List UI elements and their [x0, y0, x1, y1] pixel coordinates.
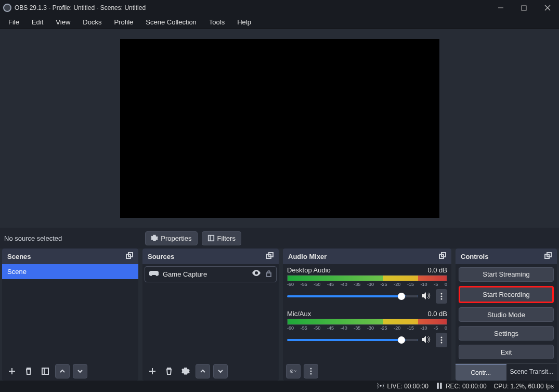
menu-tools[interactable]: Tools — [203, 16, 231, 28]
channel-options-button[interactable] — [436, 333, 447, 347]
menu-scene-collection[interactable]: Scene Collection — [139, 16, 203, 28]
sources-header[interactable]: Sources — [142, 249, 279, 264]
status-live: LIVE: 00:00:00 — [377, 382, 428, 391]
source-item[interactable]: Game Capture — [145, 266, 277, 282]
add-source-button[interactable] — [146, 364, 159, 378]
trash-icon — [24, 367, 33, 375]
dock-icon[interactable] — [439, 252, 446, 261]
filters-button[interactable]: Filters — [202, 231, 241, 245]
titlebar: OBS 29.1.3 - Profile: Untitled - Scenes:… — [0, 0, 559, 16]
tab-scene-transitions[interactable]: Scene Transit... — [506, 364, 557, 381]
app-icon — [3, 4, 11, 12]
filters-label: Filters — [217, 234, 236, 242]
controls-body: Start Streaming Start Recording Studio M… — [456, 264, 557, 381]
filters-icon — [207, 234, 215, 242]
svg-point-32 — [380, 385, 382, 387]
menu-profile[interactable]: Profile — [108, 16, 139, 28]
pause-icon — [436, 382, 443, 391]
broadcast-icon — [377, 382, 384, 391]
eye-icon[interactable] — [252, 270, 261, 279]
close-button[interactable] — [536, 0, 559, 16]
controls-title: Controls — [461, 253, 488, 260]
chevron-down-icon — [76, 368, 84, 375]
scene-move-down-button[interactable] — [73, 364, 87, 378]
exit-button[interactable]: Exit — [459, 345, 554, 359]
svg-point-19 — [441, 293, 443, 295]
mixer-header[interactable]: Audio Mixer — [283, 249, 451, 264]
source-move-down-button[interactable] — [213, 364, 228, 378]
start-recording-button[interactable]: Start Recording — [459, 286, 554, 304]
source-move-up-button[interactable] — [196, 364, 210, 378]
tick-row: -60-55-50-45-40-35-30-25-20-15-10-50 — [287, 325, 447, 331]
scenes-header[interactable]: Scenes — [2, 249, 138, 264]
scenes-list: Scene — [2, 264, 138, 362]
chevron-down-icon — [217, 368, 224, 375]
statusbar: LIVE: 00:00:00 REC: 00:00:00 CPU: 1.2%, … — [0, 381, 559, 392]
scene-item[interactable]: Scene — [2, 264, 138, 279]
svg-rect-4 — [208, 236, 214, 241]
scenes-title: Scenes — [7, 253, 31, 260]
mixer-options-button[interactable] — [304, 364, 318, 378]
dock-icon[interactable] — [266, 252, 274, 261]
menu-docks[interactable]: Docks — [76, 16, 108, 28]
dots-icon — [440, 293, 443, 300]
menu-help[interactable]: Help — [231, 16, 257, 28]
properties-button[interactable]: Properties — [145, 231, 197, 245]
channel-options-button[interactable] — [436, 289, 447, 304]
settings-button[interactable]: Settings — [459, 326, 554, 341]
channel-db: 0.0 dB — [427, 266, 447, 274]
minimize-button[interactable] — [489, 0, 512, 16]
mixer-settings-button[interactable] — [286, 364, 301, 378]
svg-rect-34 — [440, 383, 442, 389]
channel-db: 0.0 dB — [427, 310, 447, 318]
tab-controls[interactable]: Contr... — [456, 364, 506, 381]
menu-edit[interactable]: Edit — [25, 16, 49, 28]
live-text: LIVE: 00:00:00 — [387, 383, 428, 390]
mixer-toolbar — [283, 362, 451, 381]
source-properties-button[interactable] — [179, 364, 192, 378]
svg-rect-33 — [437, 383, 439, 389]
mixer-channel-desktop: Desktop Audio 0.0 dB -60-55-50-45-40-35-… — [287, 266, 447, 304]
scenes-panel: Scenes Scene — [2, 249, 138, 381]
sources-panel: Sources Game Capture — [142, 249, 279, 381]
start-streaming-button[interactable]: Start Streaming — [459, 267, 554, 282]
status-cpu: CPU: 1.2%, 60.00 fps — [494, 383, 554, 390]
volume-slider[interactable] — [287, 339, 418, 341]
controls-tabs: Contr... Scene Transit... — [456, 363, 557, 381]
speaker-icon[interactable] — [422, 292, 432, 301]
svg-rect-14 — [267, 273, 271, 277]
add-scene-button[interactable] — [5, 364, 19, 378]
dots-icon — [440, 336, 443, 344]
preview-canvas[interactable] — [120, 39, 439, 218]
volume-slider[interactable] — [287, 295, 418, 297]
svg-point-23 — [441, 339, 443, 341]
window-title: OBS 29.1.3 - Profile: Untitled - Scenes:… — [15, 4, 489, 11]
svg-point-22 — [441, 337, 443, 338]
svg-point-28 — [310, 371, 312, 372]
studio-mode-button[interactable]: Studio Mode — [459, 307, 554, 322]
panels-row: Scenes Scene — [0, 249, 559, 381]
menubar: File Edit View Docks Profile Scene Colle… — [0, 16, 559, 29]
sources-list: Game Capture — [142, 264, 279, 362]
source-toolbar: No source selected Properties Filters — [0, 228, 559, 249]
dock-icon[interactable] — [544, 252, 552, 261]
svg-point-20 — [441, 296, 443, 297]
scene-filters-button[interactable] — [38, 364, 52, 378]
menu-view[interactable]: View — [49, 16, 76, 28]
remove-source-button[interactable] — [162, 364, 176, 378]
source-label: Game Capture — [163, 270, 207, 278]
audio-meter — [287, 319, 447, 325]
scene-move-up-button[interactable] — [55, 364, 70, 378]
svg-point-21 — [441, 298, 443, 300]
status-rec: REC: 00:00:00 — [436, 382, 487, 391]
sources-title: Sources — [148, 253, 174, 260]
maximize-button[interactable] — [512, 0, 536, 16]
menu-file[interactable]: File — [2, 16, 25, 28]
trash-icon — [165, 367, 173, 375]
speaker-icon[interactable] — [422, 336, 432, 345]
tick-row: -60-55-50-45-40-35-30-25-20-15-10-50 — [287, 282, 447, 287]
remove-scene-button[interactable] — [22, 364, 35, 378]
controls-header[interactable]: Controls — [456, 249, 557, 264]
dock-icon[interactable] — [126, 252, 133, 261]
lock-icon[interactable] — [266, 270, 272, 279]
